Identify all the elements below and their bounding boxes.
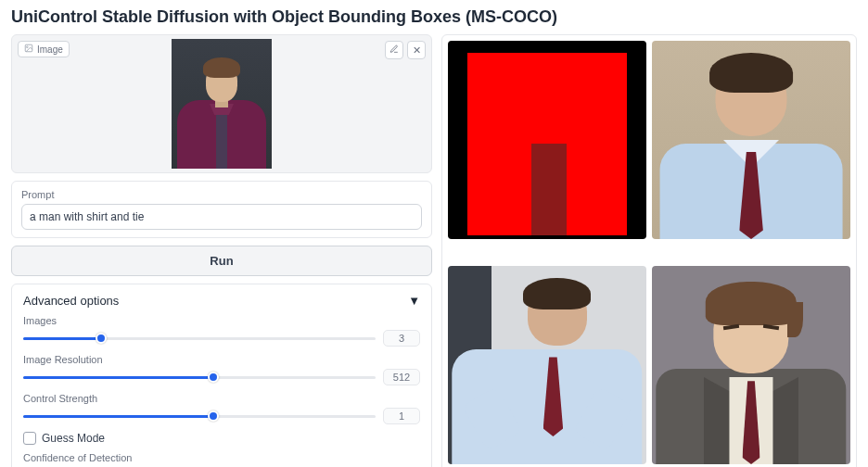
output-thumbnail[interactable]	[448, 266, 646, 464]
confidence-label: Confidence of Detection	[23, 452, 420, 463]
input-image-preview	[172, 39, 272, 169]
guess-mode-option[interactable]: Guess Mode	[23, 432, 420, 445]
output-gallery	[441, 34, 857, 467]
images-option: Images 3	[23, 315, 420, 347]
caret-down-icon: ▼	[408, 294, 420, 308]
prompt-input[interactable]	[21, 204, 422, 230]
images-label: Images	[23, 315, 420, 326]
run-button[interactable]: Run	[11, 246, 432, 276]
output-thumbnail[interactable]	[448, 41, 646, 239]
advanced-options-panel: Advanced options ▼ Images 3 Image Resolu…	[11, 284, 432, 467]
images-value[interactable]: 3	[383, 330, 420, 347]
pencil-icon	[389, 44, 399, 56]
advanced-options-label: Advanced options	[23, 294, 119, 308]
close-icon: ✕	[413, 44, 421, 57]
prompt-label: Prompt	[21, 189, 422, 200]
resolution-option: Image Resolution 512	[23, 354, 420, 385]
image-tag-label: Image	[37, 44, 63, 55]
confidence-option: Confidence of Detection 0.4	[23, 452, 420, 467]
strength-label: Control Strength	[23, 393, 420, 404]
strength-option: Control Strength 1	[23, 393, 420, 424]
strength-value[interactable]: 1	[383, 408, 420, 424]
guess-mode-label: Guess Mode	[42, 432, 105, 445]
output-thumbnail[interactable]	[652, 41, 850, 239]
input-image-panel[interactable]: Image ✕	[11, 34, 432, 173]
resolution-label: Image Resolution	[23, 354, 420, 365]
svg-point-1	[27, 46, 29, 48]
clear-image-button[interactable]: ✕	[407, 41, 426, 59]
edit-image-button[interactable]	[385, 41, 403, 59]
resolution-value[interactable]: 512	[383, 369, 420, 385]
image-tag: Image	[18, 41, 70, 57]
strength-slider[interactable]	[23, 410, 376, 423]
prompt-panel: Prompt	[11, 181, 432, 238]
advanced-options-toggle[interactable]: Advanced options ▼	[23, 294, 420, 308]
image-icon	[24, 44, 33, 55]
resolution-slider[interactable]	[23, 371, 376, 384]
page-title: UniControl Stable Diffusion with Object …	[11, 7, 857, 27]
guess-mode-checkbox[interactable]	[23, 432, 36, 445]
output-thumbnail[interactable]	[652, 266, 850, 464]
images-slider[interactable]	[23, 332, 376, 345]
